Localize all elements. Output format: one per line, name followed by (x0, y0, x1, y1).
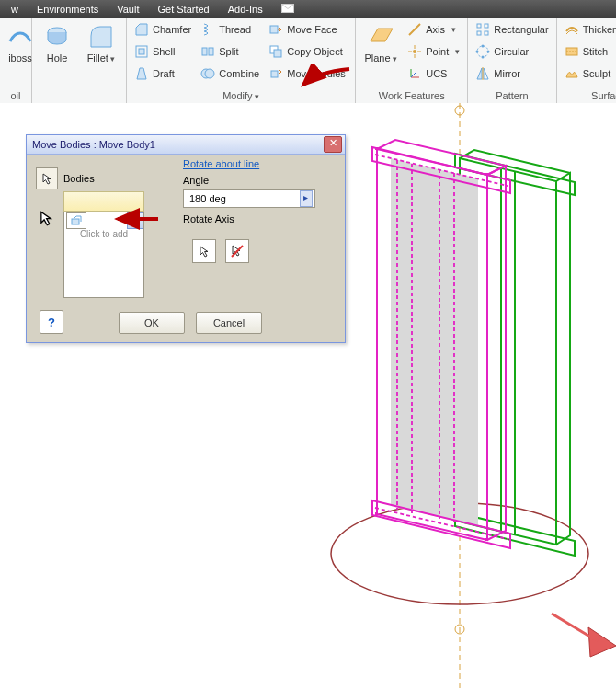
panel-work-features: Plane Axis▾ Point▾ UCS Work Features (356, 18, 468, 103)
combine-icon (200, 66, 215, 81)
dialog-titlebar[interactable]: Move Bodies : Move Body1 ✕ (27, 135, 345, 155)
pick-axis-button[interactable] (192, 239, 216, 263)
cmd-axis[interactable]: Axis▾ (405, 20, 462, 39)
bodies-listbox[interactable]: ⌄ Click to add (63, 212, 144, 298)
help-button[interactable]: ? (40, 310, 63, 334)
svg-rect-3 (139, 49, 144, 54)
panel-footer-pattern: Pattern (471, 90, 553, 103)
draft-icon (134, 66, 149, 81)
svg-point-28 (482, 56, 485, 59)
cmd-draft[interactable]: Draft (132, 64, 193, 83)
svg-point-7 (205, 69, 214, 78)
shell-icon (134, 44, 149, 59)
dialog-move-bodies: Move Bodies : Move Body1 ✕ Rotate about … (26, 134, 346, 343)
svg-point-25 (477, 46, 488, 57)
svg-rect-4 (202, 48, 207, 55)
svg-rect-23 (477, 31, 481, 35)
thicken-icon (565, 22, 579, 37)
clear-axis-button[interactable] (225, 239, 249, 263)
cmd-rectangular[interactable]: Rectangular (473, 20, 550, 39)
cmd-move-bodies[interactable]: Move Bodies (267, 64, 349, 83)
cmd-hole[interactable]: Hole (35, 20, 79, 63)
svg-rect-11 (271, 71, 278, 77)
panel-cropped-left: iboss oil (0, 18, 32, 103)
list-dropdown-button[interactable]: ⌄ (127, 212, 143, 229)
copy-object-icon (268, 44, 283, 59)
cmd-thread[interactable]: Thread (199, 20, 261, 39)
svg-point-29 (476, 51, 479, 53)
bodies-label: Bodies (63, 173, 95, 184)
svg-rect-21 (477, 24, 481, 28)
link-rotate-about-line[interactable]: Rotate about line (183, 158, 259, 169)
svg-point-27 (487, 51, 490, 53)
cmd-ucs[interactable]: UCS (405, 64, 462, 83)
ribbon: iboss oil Hole Fillet Chamfer Shell Draf… (0, 18, 616, 104)
cmd-split[interactable]: Split (199, 42, 261, 61)
svg-point-13 (413, 50, 416, 53)
mirror-icon (475, 66, 490, 81)
svg-line-37 (552, 614, 598, 641)
cmd-mirror[interactable]: Mirror (473, 64, 550, 83)
menu-item-environments[interactable]: Environments (28, 2, 108, 17)
angle-input[interactable] (188, 192, 300, 205)
cmd-move-face[interactable]: Move Face (267, 20, 349, 39)
plane-icon (367, 23, 394, 51)
menu-item-vault[interactable]: Vault (108, 2, 148, 17)
cmd-thicken[interactable]: Thicken/Offset (563, 20, 616, 39)
cursor-icon (38, 210, 54, 226)
svg-rect-24 (485, 31, 488, 35)
cmd-combine[interactable]: Combine (199, 64, 261, 83)
svg-line-20 (411, 72, 416, 77)
panel-modify: Chamfer Shell Draft Thread Split Combine… (127, 18, 356, 103)
mail-icon[interactable] (272, 2, 303, 17)
panel-pattern: Rectangular Circular Mirror Pattern (468, 18, 556, 103)
ok-button[interactable]: OK (119, 312, 185, 334)
svg-rect-44 (375, 147, 378, 150)
cmd-fillet[interactable]: Fillet (79, 20, 123, 63)
cmd-stitch[interactable]: Stitch (563, 42, 616, 61)
cmd-copy-object[interactable]: Copy Object (267, 42, 349, 61)
pick-bodies-button[interactable] (36, 167, 58, 189)
chamfer-icon (134, 22, 149, 37)
cmd-shell[interactable]: Shell (132, 42, 193, 61)
cmd-sculpt[interactable]: Sculpt (563, 64, 616, 83)
bodies-selected-field[interactable] (63, 191, 144, 212)
svg-rect-48 (72, 219, 79, 224)
close-button[interactable]: ✕ (324, 136, 342, 153)
move-bodies-icon (268, 66, 283, 81)
cmd-plane[interactable]: Plane (359, 20, 403, 83)
svg-rect-8 (270, 26, 278, 33)
svg-rect-5 (209, 48, 213, 55)
move-face-icon (268, 22, 283, 37)
panel-footer-workfeat: Work Features (359, 90, 464, 103)
cmd-point[interactable]: Point▾ (405, 42, 462, 61)
circ-pattern-icon (475, 44, 490, 59)
menu-item-w[interactable]: w (2, 2, 28, 17)
panel-footer-surface: Surfac (560, 90, 616, 103)
axis-icon (407, 22, 422, 37)
list-pick-button[interactable] (66, 212, 86, 229)
angle-field[interactable]: ▸ (183, 189, 315, 208)
svg-rect-46 (375, 512, 378, 515)
svg-line-12 (409, 24, 420, 35)
panel-hole-fillet: Hole Fillet (32, 18, 127, 103)
cmd-chamfer[interactable]: Chamfer (132, 20, 193, 39)
angle-flyout-button[interactable]: ▸ (300, 190, 313, 207)
menu-item-add-ins[interactable]: Add-Ins (219, 2, 272, 17)
split-icon (200, 44, 215, 59)
cmd-circular[interactable]: Circular (473, 42, 550, 61)
app-menubar: w Environments Vault Get Started Add-Ins (0, 0, 616, 18)
dialog-title: Move Bodies : Move Body1 (32, 139, 155, 150)
point-icon (407, 44, 422, 59)
stitch-icon (565, 44, 579, 59)
menu-item-get-started[interactable]: Get Started (148, 2, 218, 17)
ucs-icon (407, 66, 422, 81)
cancel-button[interactable]: Cancel (196, 312, 262, 334)
model-magenta-body (372, 140, 510, 548)
list-hint: Click to add (64, 229, 143, 239)
angle-label: Angle (183, 175, 209, 186)
svg-point-26 (482, 45, 485, 48)
panel-footer-modify[interactable]: Modify (130, 90, 352, 103)
rotate-axis-label: Rotate Axis (183, 213, 234, 224)
sculpt-icon (565, 66, 579, 81)
